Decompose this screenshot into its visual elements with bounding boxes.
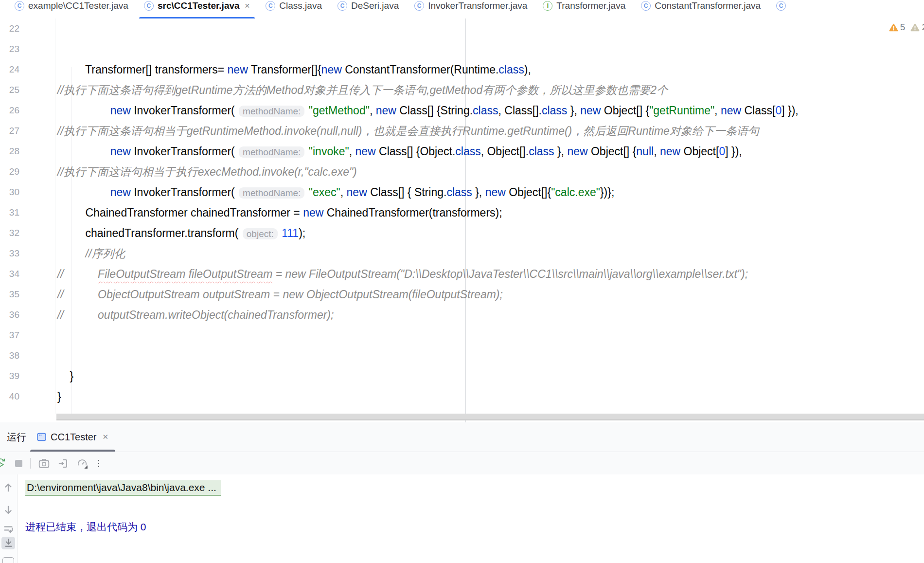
run-tab-cc1tester[interactable]: CC1Tester ✕: [30, 422, 115, 452]
rerun-icon[interactable]: [0, 457, 7, 469]
code-line-29[interactable]: 29//执行下面这语句相当于执行execMethod.invoke(r,"cal…: [0, 162, 924, 182]
run-tool-window: 运行 CC1Tester ✕: [0, 422, 924, 563]
inlay-hint: methodName:: [239, 106, 304, 117]
code-line-22[interactable]: 22: [0, 18, 924, 39]
console-output: D:\environment\java\Java8\bin\java.exe .…: [18, 474, 221, 563]
class-icon: C: [776, 1, 786, 11]
console-gutter: [0, 474, 18, 563]
code-line-33[interactable]: 33 //序列化: [0, 243, 924, 264]
line-text: // outputStream.writeObject(chainedTrans…: [57, 305, 334, 325]
code-line-40[interactable]: 40}: [0, 386, 924, 407]
line-text: //执行下面这语句相当于执行execMethod.invoke(r,"calc.…: [57, 162, 357, 182]
warning-count: 5: [900, 22, 906, 33]
stop-icon[interactable]: [15, 460, 22, 467]
console-exit-message: 进程已结束，退出代码为 0: [25, 520, 221, 534]
tab-label: Transformer.java: [556, 0, 625, 11]
camera-icon[interactable]: [38, 458, 50, 469]
arrow-up-icon[interactable]: [3, 482, 14, 493]
weak-warning-item[interactable]: 2: [910, 22, 924, 33]
code-lines: 222324 Transformer[] transformers= new T…: [0, 18, 924, 407]
code-line-35[interactable]: 35// ObjectOutputStream outputStream = n…: [0, 284, 924, 305]
line-number: 29: [0, 162, 19, 182]
tab-invokertransformer-java[interactable]: CInvokerTransformer.java: [407, 0, 535, 19]
code-line-32[interactable]: 32 chainedTransformer.transform( object:…: [0, 223, 924, 243]
inspections-widget[interactable]: 5 2: [889, 22, 924, 33]
line-number: 33: [0, 243, 19, 264]
line-text: new InvokerTransformer( methodName: "exe…: [57, 182, 614, 202]
warning-item[interactable]: 5: [889, 22, 906, 33]
code-line-30[interactable]: 30 new InvokerTransformer( methodName: "…: [0, 182, 924, 202]
class-icon: C: [414, 1, 424, 11]
line-number: 22: [0, 18, 19, 39]
tab-class-java[interactable]: CClass.java: [258, 0, 330, 19]
code-line-28[interactable]: 28 new InvokerTransformer( methodName: "…: [0, 141, 924, 162]
close-icon[interactable]: ✕: [102, 433, 108, 441]
tab-constanttransformer-java[interactable]: CConstantTransformer.java: [633, 0, 768, 19]
code-line-36[interactable]: 36// outputStream.writeObject(chainedTra…: [0, 305, 924, 325]
inlay-hint: object:: [243, 228, 278, 239]
tab-label: DeSeri.java: [351, 0, 399, 11]
line-text: new InvokerTransformer( methodName: "inv…: [57, 141, 742, 162]
line-number: 24: [0, 59, 19, 80]
tab-clipped-7[interactable]: C: [768, 0, 794, 19]
interface-icon: I: [543, 1, 552, 11]
kebab-menu-icon[interactable]: [96, 460, 101, 467]
line-text: }: [57, 386, 61, 407]
arrow-down-icon[interactable]: [3, 505, 14, 515]
code-line-25[interactable]: 25//执行下面这条语句得到getRuntime方法的Method对象并且传入下…: [0, 80, 924, 100]
code-line-24[interactable]: 24 Transformer[] transformers= new Trans…: [0, 59, 924, 80]
line-number: 27: [0, 121, 19, 141]
line-number: 36: [0, 305, 19, 325]
console-command-line[interactable]: D:\environment\java\Java8\bin\java.exe .…: [25, 480, 221, 496]
weak-warning-triangle-icon: [910, 23, 920, 32]
weak-warning-count: 2: [922, 22, 924, 33]
run-header: 运行 CC1Tester ✕: [0, 422, 924, 452]
line-text: //序列化: [57, 243, 125, 264]
import-icon[interactable]: [57, 458, 69, 469]
tool-window-title: 运行: [7, 431, 26, 444]
code-line-38[interactable]: 38: [0, 345, 924, 366]
code-line-26[interactable]: 26 new InvokerTransformer( methodName: "…: [0, 100, 924, 121]
line-number: 35: [0, 284, 19, 305]
line-number: 31: [0, 202, 19, 223]
code-line-39[interactable]: 39 }: [0, 366, 924, 386]
code-editor[interactable]: 222324 Transformer[] transformers= new T…: [0, 18, 924, 422]
tab-transformer-java[interactable]: ITransformer.java: [535, 0, 633, 19]
line-text: ChainedTransformer chainedTransformer = …: [57, 202, 502, 223]
gauge-icon[interactable]: [76, 457, 88, 469]
editor-tab-bar: Cexample\CC1Tester.javaCsrc\CC1Tester.ja…: [0, 0, 924, 19]
tab-example-cc1tester-java[interactable]: Cexample\CC1Tester.java: [0, 0, 136, 19]
tab-deseri-java[interactable]: CDeSeri.java: [330, 0, 407, 19]
code-line-23[interactable]: 23: [0, 39, 924, 59]
code-line-34[interactable]: 34// FileOutputStream fileOutputStream =…: [0, 264, 924, 284]
line-text: // FileOutputStream fileOutputStream = n…: [57, 264, 748, 284]
line-number: 39: [0, 366, 19, 386]
class-icon: C: [641, 1, 651, 11]
class-icon: C: [144, 1, 154, 11]
line-text: //执行下面这条语句相当于getRuntimeMethod.invoke(nul…: [57, 121, 759, 141]
tab-label: example\CC1Tester.java: [28, 0, 128, 11]
code-line-37[interactable]: 37: [0, 325, 924, 345]
line-number: 26: [0, 100, 19, 121]
run-tab-label: CC1Tester: [51, 432, 96, 443]
scroll-to-end-icon[interactable]: [3, 538, 14, 548]
tab-label: InvokerTransformer.java: [428, 0, 527, 11]
line-text: }: [57, 366, 73, 386]
console: D:\environment\java\Java8\bin\java.exe .…: [0, 474, 924, 563]
line-text: Transformer[] transformers= new Transfor…: [57, 59, 531, 80]
warning-triangle-icon: [889, 23, 898, 32]
line-number: 23: [0, 39, 19, 59]
code-line-31[interactable]: 31 ChainedTransformer chainedTransformer…: [0, 202, 924, 223]
soft-wrap-icon[interactable]: [3, 524, 14, 535]
tab-src-cc1tester-java[interactable]: Csrc\CC1Tester.java✕: [136, 0, 258, 19]
run-toolbar: [0, 452, 924, 474]
line-number: 40: [0, 386, 19, 407]
toolbar-divider: [30, 458, 31, 469]
console-gutter-partial-icon[interactable]: [2, 557, 14, 563]
tab-label: Class.java: [279, 0, 322, 11]
horizontal-scrollbar[interactable]: [56, 414, 924, 420]
code-line-27[interactable]: 27//执行下面这条语句相当于getRuntimeMethod.invoke(n…: [0, 121, 924, 141]
line-number: 32: [0, 223, 19, 243]
close-icon[interactable]: ✕: [245, 0, 250, 11]
tool-window-icon: [37, 433, 46, 441]
